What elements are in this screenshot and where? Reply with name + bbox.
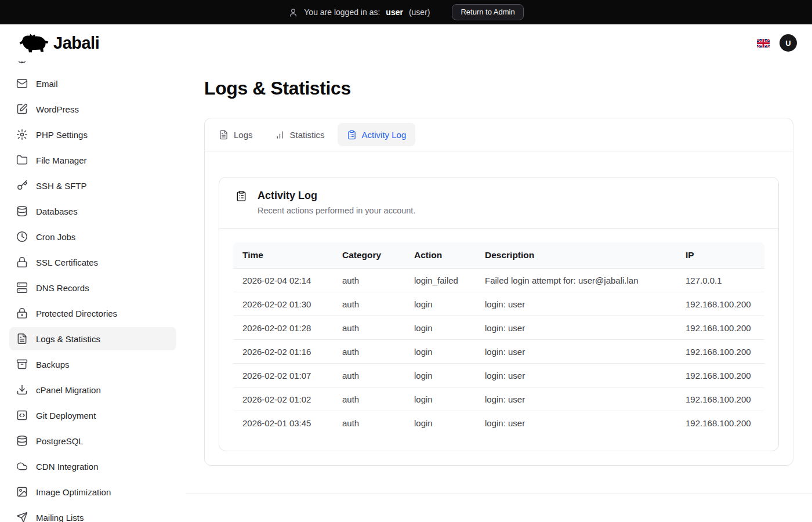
cell-action: login	[405, 292, 476, 316]
sidebar-item-clipped[interactable]	[9, 61, 176, 70]
cell-ip: 192.168.100.200	[676, 411, 764, 435]
cell-time: 2026-02-04 02:14	[233, 269, 333, 292]
sidebar-item-email[interactable]: Email	[9, 72, 176, 95]
brand-home-link[interactable]: Jabali	[19, 32, 99, 53]
sidebar-item-label: Backups	[36, 360, 70, 369]
table-row: 2026-02-02 01:16authloginlogin: user192.…	[233, 340, 764, 364]
column-header-ip: IP	[676, 242, 764, 269]
sidebar-item-label: Git Deployment	[36, 411, 96, 420]
globe-icon	[16, 61, 28, 64]
cell-description: login: user	[476, 340, 676, 364]
tab-activity-log[interactable]: Activity Log	[338, 123, 416, 146]
boar-logo-icon	[19, 32, 49, 53]
sidebar-item-file-manager[interactable]: File Manager	[9, 148, 176, 172]
activity-log-card-titles: Activity Log Recent actions performed in…	[258, 188, 415, 216]
image-icon	[16, 486, 28, 498]
sidebar-item-label: CDN Integration	[36, 462, 99, 472]
sidebar-item-cron-jobs[interactable]: Cron Jobs	[9, 225, 176, 248]
card-title: Activity Log	[258, 188, 415, 203]
footer-divider	[186, 494, 812, 494]
activity-table: TimeCategoryActionDescriptionIP 2026-02-…	[233, 242, 764, 434]
sidebar-item-label: Image Optimization	[36, 487, 111, 497]
cell-action: login_failed	[405, 269, 476, 292]
sidebar-item-git-deployment[interactable]: Git Deployment	[9, 404, 176, 427]
database-icon	[16, 435, 28, 447]
square-pen-icon	[16, 103, 28, 115]
archive-icon	[16, 358, 28, 370]
cell-action: login	[405, 411, 476, 435]
logged-in-text: You are logged in as:	[304, 8, 380, 17]
sidebar-item-ssh-sftp[interactable]: SSH & SFTP	[9, 174, 176, 197]
cell-category: auth	[333, 292, 405, 316]
tab-logs[interactable]: Logs	[209, 123, 262, 146]
sidebar-item-label: File Manager	[36, 155, 87, 165]
sidebar-item-ssl-certificates[interactable]: SSL Certificates	[9, 251, 176, 274]
column-header-time: Time	[233, 242, 333, 269]
sidebar-item-databases[interactable]: Databases	[9, 200, 176, 223]
sidebar-item-postgresql[interactable]: PostgreSQL	[9, 429, 176, 452]
user-avatar[interactable]: U	[780, 34, 797, 52]
cell-description: login: user	[476, 387, 676, 411]
admin-topbar: You are logged in as: user (user) Return…	[0, 0, 812, 24]
cell-category: auth	[333, 387, 405, 411]
sidebar-item-backups[interactable]: Backups	[9, 353, 176, 376]
logs-tabs-card: LogsStatisticsActivity Log Activity Log …	[204, 118, 793, 466]
tab-statistics[interactable]: Statistics	[266, 123, 334, 146]
header-right: U	[757, 34, 797, 52]
return-to-admin-button[interactable]: Return to Admin	[452, 4, 523, 20]
cell-ip: 192.168.100.200	[676, 387, 764, 411]
sidebar-item-label: Logs & Statistics	[36, 334, 100, 344]
table-row: 2026-02-02 01:02authloginlogin: user192.…	[233, 387, 764, 411]
sidebar-item-cpanel-migration[interactable]: cPanel Migration	[9, 378, 176, 401]
cell-category: auth	[333, 269, 405, 292]
cell-category: auth	[333, 364, 405, 387]
sidebar-item-logs-statistics[interactable]: Logs & Statistics	[9, 327, 176, 350]
sidebar-item-protected-directories[interactable]: Protected Directories	[9, 302, 176, 325]
table-header-row: TimeCategoryActionDescriptionIP	[233, 242, 764, 269]
bar-chart-icon	[275, 130, 285, 140]
sidebar-item-cdn-integration[interactable]: CDN Integration	[9, 455, 176, 478]
brand-name: Jabali	[53, 34, 99, 53]
sidebar-item-label: PHP Settings	[36, 130, 88, 140]
main-content: Logs & Statistics LogsStatisticsActivity…	[186, 61, 812, 522]
language-flag-icon[interactable]	[757, 39, 770, 48]
cell-time: 2026-02-02 01:07	[233, 364, 333, 387]
sidebar-item-label: PostgreSQL	[36, 436, 84, 446]
sidebar-item-dns-records[interactable]: DNS Records	[9, 276, 176, 299]
lock-keyhole-icon	[16, 307, 28, 319]
cell-ip: 192.168.100.200	[676, 292, 764, 316]
tab-bar: LogsStatisticsActivity Log	[205, 118, 793, 151]
table-row: 2026-02-02 01:28authloginlogin: user192.…	[233, 316, 764, 340]
server-icon	[16, 282, 28, 293]
cell-description: login: user	[476, 292, 676, 316]
database-icon	[16, 205, 28, 217]
column-header-action: Action	[405, 242, 476, 269]
tab-label: Statistics	[290, 130, 325, 140]
sidebar-item-label: DNS Records	[36, 283, 89, 293]
clipboard-icon	[347, 130, 357, 140]
cell-description: login: user	[476, 316, 676, 340]
sidebar-item-image-optimization[interactable]: Image Optimization	[9, 480, 176, 503]
cell-description: login: user	[476, 411, 676, 435]
sidebar-item-label: WordPress	[36, 104, 79, 114]
download-icon	[16, 384, 28, 396]
column-header-category: Category	[333, 242, 405, 269]
cell-category: auth	[333, 316, 405, 340]
cell-ip: 127.0.0.1	[676, 269, 764, 292]
clock-icon	[16, 231, 28, 242]
cell-time: 2026-02-02 01:02	[233, 387, 333, 411]
cell-description: Failed login attempt for: user@jabali.la…	[476, 269, 676, 292]
tab-label: Activity Log	[362, 130, 407, 140]
person-icon	[288, 8, 298, 17]
sidebar-item-wordpress[interactable]: WordPress	[9, 97, 176, 121]
card-subtitle: Recent actions performed in your account…	[258, 205, 415, 216]
cell-time: 2026-02-02 01:30	[233, 292, 333, 316]
cell-ip: 192.168.100.200	[676, 316, 764, 340]
sidebar-item-mailing-lists[interactable]: Mailing Lists	[9, 506, 176, 522]
layout: EmailWordPressPHP SettingsFile ManagerSS…	[0, 61, 812, 522]
cell-ip: 192.168.100.200	[676, 364, 764, 387]
key-icon	[16, 180, 28, 191]
activity-log-card-header: Activity Log Recent actions performed in…	[219, 177, 778, 229]
sidebar-item-php-settings[interactable]: PHP Settings	[9, 123, 176, 146]
cell-action: login	[405, 340, 476, 364]
